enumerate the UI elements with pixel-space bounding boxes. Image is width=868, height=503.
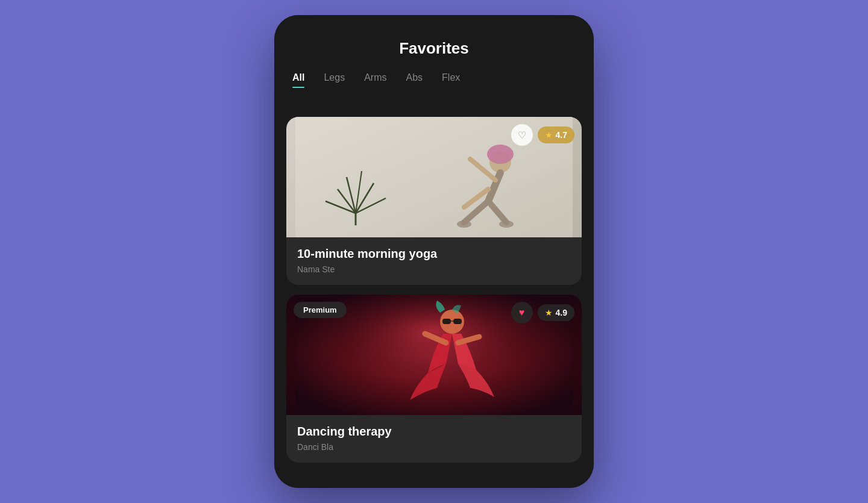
phone-container: Favorites All Legs Arms Abs Flex — [274, 15, 594, 488]
yoga-heart-button[interactable]: ♡ — [511, 124, 533, 146]
card-yoga-info: 10-minute morning yoga Nama Ste — [286, 237, 582, 285]
tab-all[interactable]: All — [292, 72, 304, 88]
yoga-heart-icon: ♡ — [518, 130, 526, 141]
dance-star-icon: ★ — [545, 308, 553, 317]
header: Favorites All Legs Arms Abs Flex — [274, 15, 594, 107]
tab-arms[interactable]: Arms — [364, 72, 386, 88]
premium-badge: Premium — [294, 302, 347, 318]
tab-legs[interactable]: Legs — [324, 72, 345, 88]
yoga-star-icon: ★ — [545, 130, 553, 140]
yoga-subtitle: Nama Ste — [297, 264, 571, 274]
dance-heart-button[interactable]: ♥ — [511, 302, 533, 323]
svg-point-16 — [499, 220, 514, 228]
card-dance-info: Dancing therapy Danci Bla — [286, 415, 582, 463]
card-dance[interactable]: Premium ♥ ★ 4.9 Dancing therapy Danci Bl… — [286, 295, 582, 463]
svg-rect-20 — [442, 319, 451, 324]
card-dance-image: Premium ♥ ★ 4.9 — [286, 295, 582, 415]
card-yoga-image: ♡ ★ 4.7 — [286, 117, 582, 237]
dance-heart-icon: ♥ — [519, 307, 525, 318]
card-dance-actions: ♥ ★ 4.9 — [511, 302, 574, 323]
svg-rect-21 — [453, 319, 462, 324]
card-yoga-actions: ♡ ★ 4.7 — [511, 124, 574, 146]
svg-point-9 — [487, 145, 514, 164]
svg-point-15 — [457, 220, 471, 228]
card-yoga[interactable]: ♡ ★ 4.7 10-minute morning yoga Nama Ste — [286, 117, 582, 285]
yoga-title: 10-minute morning yoga — [297, 247, 571, 261]
dance-subtitle: Danci Bla — [297, 442, 571, 452]
tabs-row: All Legs Arms Abs Flex — [292, 72, 576, 95]
page-title: Favorites — [292, 39, 576, 58]
dance-rating-value: 4.9 — [556, 308, 567, 317]
content-area: ♡ ★ 4.7 10-minute morning yoga Nama Ste — [274, 107, 594, 488]
yoga-rating-value: 4.7 — [556, 130, 567, 140]
tab-abs[interactable]: Abs — [406, 72, 423, 88]
dance-rating-badge[interactable]: ★ 4.9 — [538, 304, 574, 321]
dance-title: Dancing therapy — [297, 425, 571, 439]
yoga-rating-badge[interactable]: ★ 4.7 — [538, 127, 574, 143]
tab-flex[interactable]: Flex — [442, 72, 460, 88]
